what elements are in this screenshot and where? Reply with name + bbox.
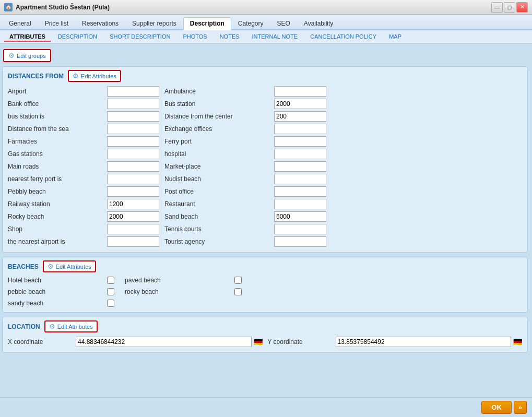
hospital-label: hospital xyxy=(164,150,269,158)
top-tab-bar: GeneralPrice listReservationsSupplier re… xyxy=(0,15,532,30)
main-roads-input[interactable] xyxy=(107,161,159,172)
exchange-offices-input[interactable] xyxy=(274,124,326,134)
tennis-courts-label: Tennis courts xyxy=(164,225,269,233)
sandy-beach-label: sandy beach xyxy=(8,300,102,307)
rocky-beach-label: Rocky beach xyxy=(8,213,102,220)
sub-tab-map[interactable]: MAP xyxy=(384,32,407,42)
shop-label: Shop xyxy=(8,225,102,233)
top-tab-supplier-reports[interactable]: Supplier reports xyxy=(125,17,183,29)
sub-tab-internal-note[interactable]: INTERNAL NOTE xyxy=(247,32,303,42)
post-office-label: Post office xyxy=(164,188,269,195)
bus-station-label: Bus station xyxy=(164,100,269,108)
distances-header: DISTANCES FROM ⚙ Edit Attributes xyxy=(8,70,522,82)
rocky-beach-type-label: rocky beach xyxy=(125,288,229,295)
nudist-beach-label: Nudist beach xyxy=(164,175,269,183)
maximize-button[interactable]: □ xyxy=(504,2,515,13)
location-header: LOCATION ⚙ Edit Attributes xyxy=(8,320,522,332)
bus-station-is-label: bus station is xyxy=(8,113,102,120)
location-fields-grid: X coordinate 🇩🇪 Y coordinate 🇩🇪 xyxy=(8,337,522,347)
ok-button[interactable]: OK xyxy=(481,401,512,414)
sub-tab-description[interactable]: DESCRIPTION xyxy=(53,32,102,42)
airport-input[interactable] xyxy=(107,86,159,97)
pebbly-beach-label: Pebbly beach xyxy=(8,188,102,195)
sub-tab-attributes[interactable]: ATTRIBUTES xyxy=(4,32,51,42)
next-button[interactable]: » xyxy=(514,401,527,414)
bus-station-is-input[interactable] xyxy=(107,111,159,122)
beaches-edit-attributes-button[interactable]: ⚙ Edit Attributes xyxy=(43,260,96,272)
distances-gear-icon: ⚙ xyxy=(73,72,79,80)
post-office-input[interactable] xyxy=(274,186,326,197)
top-tab-description[interactable]: Description xyxy=(183,17,231,30)
top-tab-availability[interactable]: Availability xyxy=(297,17,340,29)
location-section: LOCATION ⚙ Edit Attributes X coordinate … xyxy=(2,317,528,353)
top-tab-reservations[interactable]: Reservations xyxy=(75,17,125,29)
bottom-bar: OK » xyxy=(0,397,532,417)
distance-center-input[interactable] xyxy=(274,111,326,122)
location-edit-attributes-button[interactable]: ⚙ Edit Attributes xyxy=(44,320,98,332)
sandy-beach-checkbox[interactable] xyxy=(107,300,114,307)
rocky-beach-type-checkbox[interactable] xyxy=(234,288,242,295)
top-tab-price-list[interactable]: Price list xyxy=(38,17,75,29)
sub-tab-bar: ATTRIBUTESDESCRIPTIONSHORT DESCRIPTIONPH… xyxy=(0,30,532,44)
nearest-airport-input[interactable] xyxy=(107,236,159,247)
top-tab-seo[interactable]: SEO xyxy=(270,17,297,29)
tennis-courts-input[interactable] xyxy=(274,224,326,234)
sub-tab-photos[interactable]: PHOTOS xyxy=(178,32,212,42)
pebble-beach-checkbox[interactable] xyxy=(107,288,114,295)
y-coordinate-input[interactable] xyxy=(336,337,512,347)
tourist-agency-label: Tourist agency xyxy=(164,238,269,245)
top-tab-general[interactable]: General xyxy=(2,17,38,29)
tourist-agency-input[interactable] xyxy=(274,236,326,247)
hotel-beach-checkbox[interactable] xyxy=(107,277,114,284)
gas-stations-input[interactable] xyxy=(107,149,159,159)
restaurant-label: Restaurant xyxy=(164,200,269,208)
farmacies-label: Farmacies xyxy=(8,138,102,145)
railway-station-input[interactable] xyxy=(107,199,159,209)
ferry-port-label: Ferry port xyxy=(164,138,269,145)
top-tab-category[interactable]: Category xyxy=(231,17,270,29)
distance-center-label: Distance from the center xyxy=(164,113,269,120)
pebbly-beach-input[interactable] xyxy=(107,186,159,197)
bank-office-input[interactable] xyxy=(107,99,159,109)
restaurant-input[interactable] xyxy=(274,199,326,209)
x-coordinate-input[interactable] xyxy=(76,337,252,347)
paved-beach-label: paved beach xyxy=(125,277,229,284)
airport-label: Airport xyxy=(8,88,102,95)
nearest-ferry-input[interactable] xyxy=(107,174,159,184)
x-coordinate-wrapper: 🇩🇪 xyxy=(76,337,263,347)
nearest-ferry-label: nearest ferry port is xyxy=(8,175,102,183)
hotel-beach-label: Hotel beach xyxy=(8,277,102,284)
distance-sea-label: Distance from the sea xyxy=(8,125,102,133)
x-coordinate-label: X coordinate xyxy=(8,338,70,345)
y-coordinate-label: Y coordinate xyxy=(268,338,330,345)
beaches-gear-icon: ⚙ xyxy=(48,263,54,270)
nudist-beach-input[interactable] xyxy=(274,174,326,184)
window-controls: — □ ✕ xyxy=(491,2,528,13)
distances-from-section: DISTANCES FROM ⚙ Edit Attributes Airport… xyxy=(2,66,528,253)
paved-beach-checkbox[interactable] xyxy=(234,277,242,284)
ferry-port-input[interactable] xyxy=(274,136,326,147)
bus-station-input[interactable] xyxy=(274,99,326,109)
sand-beach-input[interactable] xyxy=(274,211,326,222)
minimize-button[interactable]: — xyxy=(491,2,503,13)
y-coordinate-wrapper: 🇩🇪 xyxy=(336,337,523,347)
shop-input[interactable] xyxy=(107,224,159,234)
sub-tab-cancellation-policy[interactable]: CANCELLATION POLICY xyxy=(305,32,382,42)
bank-office-label: Bank office xyxy=(8,100,102,108)
edit-groups-button[interactable]: ⚙ Edit groups xyxy=(3,49,51,62)
market-place-input[interactable] xyxy=(274,161,326,172)
sub-tab-notes[interactable]: NOTES xyxy=(215,32,245,42)
farmacies-input[interactable] xyxy=(107,136,159,147)
main-content: ⚙ Edit groups DISTANCES FROM ⚙ Edit Attr… xyxy=(0,44,532,397)
location-title: LOCATION xyxy=(8,323,40,330)
sub-tab-short-description[interactable]: SHORT DESCRIPTION xyxy=(104,32,175,42)
distances-edit-attributes-button[interactable]: ⚙ Edit Attributes xyxy=(68,70,121,82)
y-flag-icon: 🇩🇪 xyxy=(513,338,522,346)
gas-stations-label: Gas stations xyxy=(8,150,102,158)
rocky-beach-input[interactable] xyxy=(107,211,159,222)
ambulance-input[interactable] xyxy=(274,86,326,97)
ambulance-label: Ambulance xyxy=(164,88,269,95)
hospital-input[interactable] xyxy=(274,149,326,159)
close-button[interactable]: ✕ xyxy=(516,2,528,13)
distance-sea-input[interactable] xyxy=(107,124,159,134)
